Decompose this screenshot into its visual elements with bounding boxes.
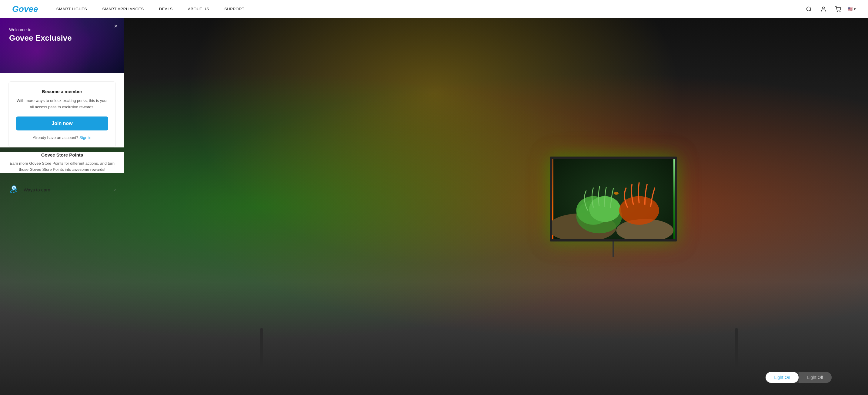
user-icon xyxy=(820,6,827,12)
signin-prompt: Already have an account? Sign in xyxy=(16,135,108,140)
points-section: Govee Store Points Earn more Govee Store… xyxy=(0,152,124,173)
svg-point-4 xyxy=(840,11,840,11)
cart-button[interactable] xyxy=(833,4,843,14)
nav-about-us[interactable]: ABOUT US xyxy=(188,7,209,11)
chevron-right-icon: › xyxy=(114,187,116,192)
popup-welcome: Welcome to Govee Exclusive xyxy=(9,27,115,43)
join-now-button[interactable]: Join now xyxy=(16,116,108,131)
svg-point-2 xyxy=(823,7,825,9)
language-selector[interactable]: 🇺🇸 ▾ xyxy=(848,7,856,11)
cart-icon xyxy=(835,6,841,12)
nav-smart-lights[interactable]: SMART LIGHTS xyxy=(56,7,87,11)
logo[interactable]: Govee xyxy=(12,4,38,14)
welcome-sub-text: Welcome to xyxy=(9,27,115,32)
speaker-stand-right xyxy=(735,328,738,371)
nav-support[interactable]: SUPPORT xyxy=(224,7,244,11)
popup-body: Become a member With more ways to unlock… xyxy=(0,73,124,147)
welcome-title-text: Govee Exclusive xyxy=(9,33,115,43)
speaker-stand-left xyxy=(260,328,263,371)
navbar-icons: 🇺🇸 ▾ xyxy=(804,4,856,14)
hand-coin-icon: $ xyxy=(8,184,20,195)
nav-menu: SMART LIGHTS SMART APPLIANCES DEALS ABOU… xyxy=(56,7,804,11)
member-card-title: Become a member xyxy=(16,89,108,94)
hero-section: Light On Light Off × Welcome to Govee Ex… xyxy=(0,18,868,395)
tv-frame xyxy=(550,157,677,242)
coral-image xyxy=(552,159,675,239)
nav-smart-appliances[interactable]: SMART APPLIANCES xyxy=(102,7,144,11)
points-title: Govee Store Points xyxy=(8,152,116,158)
tv-stand-neck xyxy=(613,242,614,257)
account-button[interactable] xyxy=(818,4,828,14)
ways-earn-left: $ Ways to earn xyxy=(8,184,50,195)
light-controls: Light On Light Off xyxy=(766,372,832,383)
search-button[interactable] xyxy=(804,4,814,14)
popup-header: × Welcome to Govee Exclusive xyxy=(0,18,124,73)
points-description: Earn more Govee Store Points for differe… xyxy=(8,161,116,173)
search-icon xyxy=(806,6,812,12)
hero-background xyxy=(0,18,868,395)
flag-icon: 🇺🇸 xyxy=(848,7,852,11)
svg-line-1 xyxy=(810,10,811,11)
svg-text:$: $ xyxy=(13,187,14,190)
svg-point-12 xyxy=(614,192,619,195)
light-on-button[interactable]: Light On xyxy=(766,372,799,383)
member-card-description: With more ways to unlock exciting perks,… xyxy=(16,98,108,110)
ways-to-earn-row[interactable]: $ Ways to earn › xyxy=(0,179,124,200)
signin-link[interactable]: Sign in xyxy=(80,135,92,140)
tv-screen xyxy=(552,159,675,239)
ways-to-earn-label: Ways to earn xyxy=(24,187,50,192)
svg-point-3 xyxy=(837,11,838,11)
chevron-down-icon: ▾ xyxy=(854,7,856,11)
light-off-button[interactable]: Light Off xyxy=(799,372,832,383)
svg-point-0 xyxy=(807,7,811,10)
tv-display xyxy=(550,157,677,257)
navbar: Govee SMART LIGHTS SMART APPLIANCES DEAL… xyxy=(0,0,868,18)
nav-deals[interactable]: DEALS xyxy=(159,7,173,11)
popup-panel: × Welcome to Govee Exclusive Become a me… xyxy=(0,18,124,395)
member-card: Become a member With more ways to unlock… xyxy=(8,81,116,147)
